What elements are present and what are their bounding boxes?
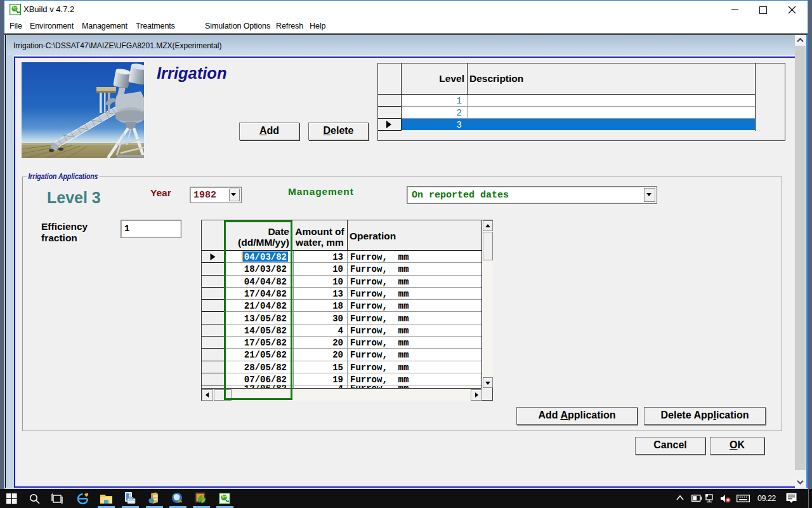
svg-text:09.22: 09.22 — [757, 494, 776, 503]
